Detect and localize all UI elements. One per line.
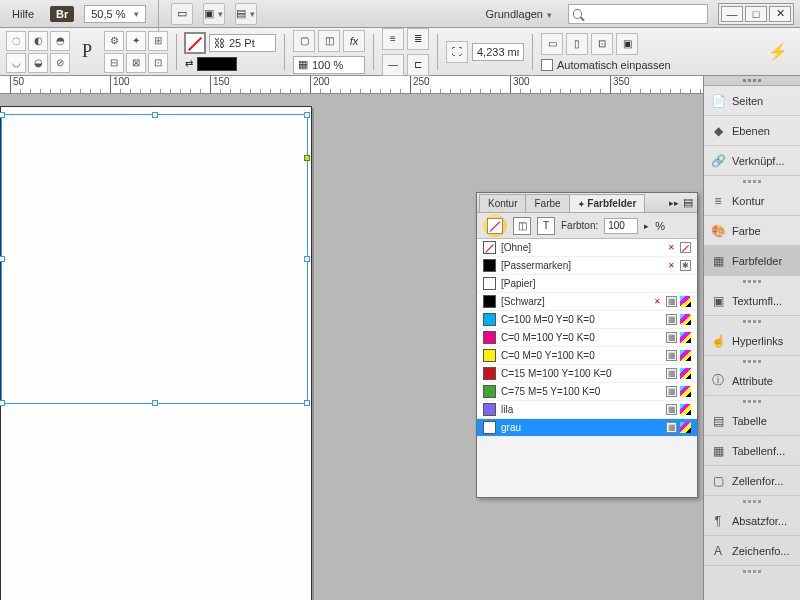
view-options-button[interactable]: ▭ (171, 3, 193, 25)
wrap-button[interactable]: ⊏ (407, 54, 429, 76)
dimension-field[interactable] (472, 43, 524, 61)
effect-button[interactable]: ▢ (293, 30, 315, 52)
panel-button-ebenen[interactable]: ◆Ebenen (704, 116, 800, 146)
panel-icon: ▣ (710, 293, 726, 309)
align-button[interactable]: ≣ (407, 28, 429, 50)
align-button[interactable]: ≡ (382, 28, 404, 50)
swatch-row[interactable]: [Papier] (477, 275, 697, 293)
workspace-switcher[interactable]: Grundlagen (480, 6, 559, 22)
tool-icon[interactable]: ◡ (6, 53, 26, 73)
wrap-button[interactable]: — (382, 54, 404, 76)
handle[interactable] (152, 112, 158, 118)
panel-button-verknpf[interactable]: 🔗Verknüpf... (704, 146, 800, 176)
selected-frame[interactable] (1, 114, 308, 404)
text-toggle[interactable]: T (537, 217, 555, 235)
panel-button-textumfl[interactable]: ▣Textumfl... (704, 286, 800, 316)
tool-icon[interactable]: ⚙ (104, 31, 124, 51)
handle[interactable] (0, 112, 5, 118)
bridge-button[interactable]: Br (50, 6, 74, 22)
swatch-row[interactable]: C=15 M=100 Y=100 K=0▦ (477, 365, 697, 383)
handle[interactable] (152, 400, 158, 406)
fit-button[interactable]: ▯ (566, 33, 588, 55)
tint-value[interactable]: 100 (604, 218, 638, 234)
panel-button-tabelle[interactable]: ▤Tabelle (704, 406, 800, 436)
tint-slider-icon[interactable]: ▸ (644, 221, 649, 231)
opacity-input[interactable] (312, 59, 354, 71)
stroke-weight-field[interactable]: ⛓ (209, 34, 276, 52)
panel-button-farbfelder[interactable]: ▦Farbfelder (704, 246, 800, 276)
swatch-row[interactable]: C=75 M=5 Y=100 K=0▦ (477, 383, 697, 401)
search-input[interactable] (586, 8, 703, 20)
tab-farbfelder[interactable]: ✦ Farbfelder (569, 194, 646, 212)
swatch-row[interactable]: lila▦ (477, 401, 697, 419)
handle[interactable] (0, 256, 5, 262)
swatch-row[interactable]: C=0 M=0 Y=100 K=0▦ (477, 347, 697, 365)
tool-icon[interactable]: ✦ (126, 31, 146, 51)
maximize-button[interactable]: □ (745, 6, 767, 22)
tool-icon[interactable]: ◌ (6, 31, 26, 51)
effect-button[interactable]: ◫ (318, 30, 340, 52)
zoom-dropdown[interactable]: 50,5 % (84, 5, 145, 23)
stroke-swatch[interactable] (185, 33, 205, 53)
tool-icon[interactable]: ⊘ (50, 53, 70, 73)
fit-button[interactable]: ▭ (541, 33, 563, 55)
panel-button-kontur[interactable]: ≡Kontur (704, 186, 800, 216)
paragraph-icon[interactable]: P (82, 41, 92, 62)
swatch-row[interactable]: grau▦ (477, 419, 697, 437)
swatch-row[interactable]: C=100 M=0 Y=0 K=0▦ (477, 311, 697, 329)
tool-icon[interactable]: ⊡ (148, 53, 168, 73)
close-button[interactable]: ✕ (769, 6, 791, 22)
panel-button-absatzfor[interactable]: ¶Absatzfor... (704, 506, 800, 536)
panel-button-seiten[interactable]: 📄Seiten (704, 86, 800, 116)
search-field[interactable] (568, 4, 708, 24)
swatch-row[interactable]: [Schwarz]✕▦ (477, 293, 697, 311)
swatch-name: C=0 M=100 Y=0 K=0 (501, 332, 661, 343)
fill-toggle[interactable]: ◫ (513, 217, 531, 235)
tool-icon[interactable]: ◐ (28, 31, 48, 51)
page[interactable] (0, 106, 312, 600)
tool-icon[interactable]: ⊠ (126, 53, 146, 73)
swatches-panel[interactable]: KonturFarbe✦ Farbfelder▸▸▤ ◫ T Farbton: … (476, 192, 698, 498)
panel-label: Tabellenf... (732, 445, 785, 457)
opacity-field[interactable]: ▦ (293, 56, 365, 74)
swatch-row[interactable]: [Ohne]✕ (477, 239, 697, 257)
tool-icon[interactable]: ⊞ (148, 31, 168, 51)
handle[interactable] (0, 400, 5, 406)
fx-button[interactable]: fx (343, 30, 365, 52)
tool-icon[interactable]: ◓ (50, 31, 70, 51)
fit-button[interactable]: ⊡ (591, 33, 613, 55)
panel-menu-icon[interactable]: ▤ (683, 196, 693, 209)
swap-icon[interactable]: ⇄ (185, 58, 193, 69)
quick-apply-icon[interactable]: ⚡ (768, 42, 788, 61)
dimension-input[interactable] (477, 46, 519, 58)
handle[interactable] (304, 400, 310, 406)
fill-swatch[interactable] (197, 57, 237, 71)
handle[interactable] (304, 112, 310, 118)
tool-icon[interactable]: ◒ (28, 53, 48, 73)
autofit-checkbox[interactable]: Automatisch einpassen (541, 59, 671, 71)
panel-button-zeichenfo[interactable]: AZeichenfo... (704, 536, 800, 566)
panel-button-hyperlinks[interactable]: ☝Hyperlinks (704, 326, 800, 356)
stroke-weight-input[interactable] (229, 37, 271, 49)
fit-button[interactable]: ▣ (616, 33, 638, 55)
screen-mode-button[interactable]: ▣ (203, 3, 225, 25)
help-menu[interactable]: Hilfe (6, 6, 40, 22)
swatch-list[interactable]: [Ohne]✕[Passermarken]✕✱[Papier][Schwarz]… (477, 239, 697, 437)
swatch-name: lila (501, 404, 661, 415)
tab-kontur[interactable]: Kontur (479, 194, 526, 212)
tab-farbe[interactable]: Farbe (525, 194, 569, 212)
panel-button-farbe[interactable]: 🎨Farbe (704, 216, 800, 246)
horizontal-ruler[interactable]: 50100150200250300350 (0, 76, 703, 94)
crop-button[interactable]: ⛶ (446, 41, 468, 63)
panel-collapse-icon[interactable]: ▸▸ (669, 198, 679, 208)
minimize-button[interactable]: — (721, 6, 743, 22)
panel-button-attribute[interactable]: ⓘAttribute (704, 366, 800, 396)
reference-point[interactable] (304, 155, 310, 161)
swatch-row[interactable]: [Passermarken]✕✱ (477, 257, 697, 275)
tool-icon[interactable]: ⊟ (104, 53, 124, 73)
swatch-row[interactable]: C=0 M=100 Y=0 K=0▦ (477, 329, 697, 347)
panel-button-zellenfor[interactable]: ▢Zellenfor... (704, 466, 800, 496)
arrange-button[interactable]: ▤ (235, 3, 257, 25)
handle[interactable] (304, 256, 310, 262)
panel-button-tabellenf[interactable]: ▦Tabellenf... (704, 436, 800, 466)
